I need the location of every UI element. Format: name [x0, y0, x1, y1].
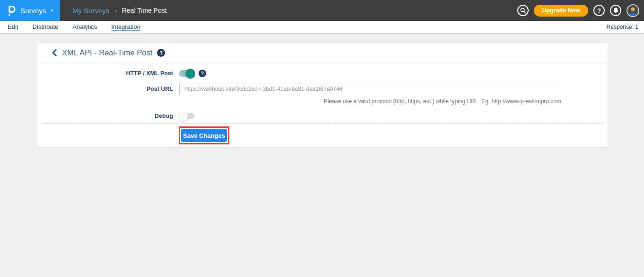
tab-edit[interactable]: Edit — [8, 23, 18, 31]
survey-tabs-bar: Edit Distribute Analytics Integration Re… — [0, 21, 644, 34]
breadcrumb-my-surveys[interactable]: My Surveys — [72, 7, 109, 15]
user-avatar[interactable] — [627, 4, 639, 17]
debug-toggle[interactable] — [179, 113, 194, 119]
http-xml-post-toggle[interactable] — [179, 70, 194, 77]
breadcrumb-separator-icon: › — [114, 7, 116, 14]
post-url-row: Post URL — [37, 83, 608, 95]
product-switcher[interactable]: Surveys ▾ — [0, 0, 60, 21]
topbar-actions: Upgrade Now ? — [517, 0, 639, 21]
upgrade-now-button[interactable]: Upgrade Now — [534, 5, 588, 17]
title-help-icon[interactable]: ? — [157, 49, 165, 57]
integration-settings-card: XML API - Real-Time Post ? HTTP / XML Po… — [37, 42, 608, 148]
top-navbar: Surveys ▾ My Surveys › Real Time Post Up… — [0, 0, 644, 21]
tab-analytics[interactable]: Analytics — [72, 23, 97, 31]
page-title: XML API - Real-Time Post — [62, 48, 152, 57]
bell-icon — [613, 7, 619, 14]
back-button[interactable] — [52, 49, 57, 56]
card-header: XML API - Real-Time Post ? — [37, 43, 608, 63]
toggle-knob — [178, 111, 188, 121]
toggle-knob — [185, 69, 195, 79]
highlight-annotation: Save Changes — [179, 126, 229, 144]
question-mark-icon: ? — [597, 7, 601, 14]
breadcrumb-current-survey: Real Time Post — [122, 7, 167, 14]
questionpro-logo-icon — [7, 5, 16, 16]
page-content: XML API - Real-Time Post ? HTTP / XML Po… — [0, 34, 644, 148]
response-count: Response: 1 — [607, 24, 638, 30]
tab-integration[interactable]: Integration — [111, 23, 140, 31]
http-xml-post-row: HTTP / XML Post ? — [37, 70, 608, 77]
http-post-help-icon[interactable]: ? — [199, 70, 206, 77]
debug-label: Debug — [37, 113, 173, 119]
notifications-button[interactable] — [610, 5, 621, 16]
post-url-input[interactable] — [179, 83, 561, 95]
search-icon — [520, 7, 526, 14]
url-hint-row: Please use a valid protocol (http, https… — [37, 98, 608, 105]
save-changes-button[interactable]: Save Changes — [181, 129, 227, 142]
breadcrumb: My Surveys › Real Time Post — [72, 7, 167, 15]
debug-row: Debug — [37, 113, 608, 119]
help-button[interactable]: ? — [593, 5, 605, 16]
caret-down-icon: ▾ — [51, 8, 53, 13]
search-button[interactable] — [517, 5, 529, 16]
http-xml-post-label: HTTP / XML Post — [37, 70, 173, 77]
post-url-label: Post URL — [37, 86, 173, 92]
card-footer: Save Changes — [42, 123, 603, 147]
product-label: Surveys — [20, 7, 46, 15]
url-hint-text: Please use a valid protocol (http, https… — [179, 98, 561, 105]
tab-distribute[interactable]: Distribute — [32, 23, 58, 31]
